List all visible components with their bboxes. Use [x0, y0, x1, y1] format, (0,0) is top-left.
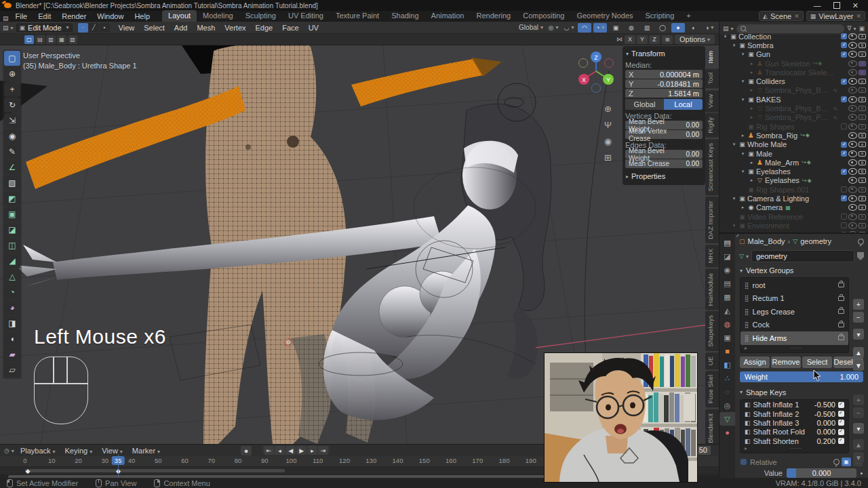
editor-type-icon[interactable]: ▤: [3, 24, 14, 31]
expand-arrow-icon[interactable]: ▸: [749, 160, 755, 165]
transform-panel-header[interactable]: ▾ Transform: [625, 48, 703, 59]
tool-button[interactable]: ◫: [4, 238, 20, 253]
outliner-row[interactable]: ▾ Environment: [719, 221, 868, 230]
tool-button[interactable]: ⊕: [4, 66, 20, 81]
visibility-eye-icon[interactable]: [848, 159, 857, 166]
pivot-point-icon[interactable]: ◎: [547, 23, 560, 33]
timeline-menu-item[interactable]: Marker: [127, 447, 165, 455]
workspace-tab[interactable]: Scripting: [639, 10, 681, 22]
edge-data-field[interactable]: Mean Crease0.00: [625, 159, 703, 168]
expand-arrow-icon[interactable]: ▸: [749, 70, 755, 75]
render-camera-icon[interactable]: [859, 223, 866, 228]
breadcrumb-object[interactable]: Male_Body: [748, 237, 785, 245]
show-gizmo-icon[interactable]: ▣: [609, 23, 623, 33]
select-subtract-icon[interactable]: ▥: [46, 35, 56, 44]
visibility-eye-icon[interactable]: [848, 33, 857, 40]
add-shape-key-button[interactable]: +: [853, 394, 864, 405]
visibility-eye-icon[interactable]: [848, 114, 857, 121]
render-camera-icon[interactable]: [859, 196, 866, 201]
expand-arrow-icon[interactable]: ▸: [749, 61, 755, 66]
new-collection-icon[interactable]: ▣: [859, 25, 865, 32]
pin-icon[interactable]: [858, 239, 864, 245]
properties-tab[interactable]: ◉: [719, 263, 735, 277]
move-group-up-button[interactable]: ▲: [853, 347, 864, 358]
shape-key-row[interactable]: ◧ Shaft Shorten 0.200: [741, 436, 848, 445]
vertex-group-specials-button[interactable]: ▾: [853, 329, 864, 340]
select-extend-icon[interactable]: ▤: [35, 35, 45, 44]
properties-panel-header[interactable]: ▸ Properties: [625, 171, 703, 182]
lock-icon[interactable]: [838, 309, 844, 314]
shape-key-row[interactable]: ◧ Shaft Inflate 3 0.000: [741, 418, 848, 427]
expand-arrow-icon[interactable]: ▸: [749, 178, 755, 183]
properties-tab[interactable]: ●: [719, 426, 735, 439]
expand-arrow-icon[interactable]: ▾: [731, 223, 737, 228]
n-panel-tab[interactable]: Fuse Skel: [705, 371, 719, 407]
vertex-group-row[interactable]: ⣿ Cock: [741, 319, 848, 332]
menu-item[interactable]: Help: [129, 12, 155, 22]
workspace-tab[interactable]: Compositing: [517, 10, 570, 22]
auto-keying-button[interactable]: ●: [241, 446, 252, 455]
mirror-axis-button[interactable]: Y: [637, 35, 648, 44]
render-camera-icon[interactable]: [859, 169, 866, 174]
selectability-checkbox[interactable]: [841, 142, 847, 148]
ortho-grid-icon[interactable]: ⊞: [604, 152, 612, 163]
tool-button[interactable]: ◩: [4, 191, 20, 206]
median-field[interactable]: Z1.5814 m: [625, 89, 703, 98]
animate-dot[interactable]: [861, 472, 863, 474]
move-group-down-button[interactable]: ▼: [853, 360, 864, 371]
snap-grid-icon[interactable]: ⊞: [662, 35, 673, 44]
outliner-row[interactable]: ▾ Collection: [719, 32, 868, 41]
datablock-name-field[interactable]: geometry: [751, 250, 854, 262]
options-dropdown[interactable]: Options: [675, 35, 715, 44]
lock-icon[interactable]: [838, 296, 844, 301]
outliner-row[interactable]: ▸ Eyelashes ↪◈: [719, 176, 868, 185]
expand-arrow-icon[interactable]: ▾: [740, 52, 746, 57]
tool-button[interactable]: ↻: [4, 98, 20, 113]
visibility-eye-icon[interactable]: [848, 87, 857, 94]
n-panel-tab[interactable]: Screencast Keys: [705, 139, 719, 195]
transform-orientation-dropdown[interactable]: Global: [517, 23, 545, 33]
render-camera-icon[interactable]: [859, 43, 866, 48]
viewport-menu-item[interactable]: View: [114, 23, 140, 33]
tool-button[interactable]: ▧: [4, 176, 20, 190]
properties-tab[interactable]: ▽: [719, 412, 735, 426]
render-camera-icon[interactable]: [859, 115, 866, 120]
vertex-group-action-button[interactable]: Remove: [771, 357, 801, 368]
shape-key-checkbox[interactable]: [838, 438, 844, 444]
lock-icon[interactable]: [838, 336, 844, 340]
playback-button[interactable]: ▸: [307, 446, 317, 455]
outliner-display-mode-icon[interactable]: ▤: [723, 25, 734, 32]
render-camera-icon[interactable]: [859, 178, 866, 183]
expand-arrow-icon[interactable]: ▾: [740, 151, 746, 157]
move-key-down-button[interactable]: ▼: [853, 452, 864, 463]
properties-tab[interactable]: ■: [719, 344, 735, 358]
mesh-datablock-icon[interactable]: ▽: [739, 253, 749, 260]
tool-button[interactable]: ▱: [4, 363, 20, 378]
mode-dropdown[interactable]: ▣ Edit Mode: [15, 22, 74, 33]
workspace-tab[interactable]: Sculpting: [239, 10, 282, 22]
timeline-menu-item[interactable]: View: [97, 447, 127, 455]
properties-tab[interactable]: ◧: [719, 358, 735, 371]
expand-arrow-icon[interactable]: ▸: [749, 87, 755, 93]
expand-arrow-icon[interactable]: ▸: [740, 205, 746, 210]
edge-data-field[interactable]: Mean Bevel Weight0.00: [625, 150, 703, 159]
relative-checkbox[interactable]: [741, 459, 747, 465]
properties-tab[interactable]: ◎: [719, 399, 735, 412]
render-camera-icon[interactable]: [859, 79, 866, 84]
properties-tab[interactable]: ▣: [719, 331, 735, 344]
visibility-eye-icon[interactable]: [848, 168, 857, 175]
shading-solid-icon[interactable]: ●: [671, 23, 685, 33]
tool-button[interactable]: ◉: [4, 129, 20, 144]
visibility-eye-icon[interactable]: [848, 150, 857, 157]
n-panel-tab[interactable]: Tool: [705, 68, 719, 88]
minimize-button[interactable]: —: [814, 1, 821, 9]
viewport-menu-item[interactable]: Select: [139, 23, 170, 33]
workspace-tab[interactable]: Rendering: [470, 10, 517, 22]
workspace-tab[interactable]: +: [680, 10, 696, 22]
playback-button[interactable]: ▶: [296, 446, 307, 455]
n-panel-tab[interactable]: DAZ Importer: [705, 197, 719, 243]
expand-arrow-icon[interactable]: ▾: [731, 142, 737, 147]
expand-arrow-icon[interactable]: ▾: [740, 169, 746, 174]
workspace-tab[interactable]: Modeling: [197, 10, 239, 22]
n-panel-tab[interactable]: HairModule: [705, 269, 719, 310]
